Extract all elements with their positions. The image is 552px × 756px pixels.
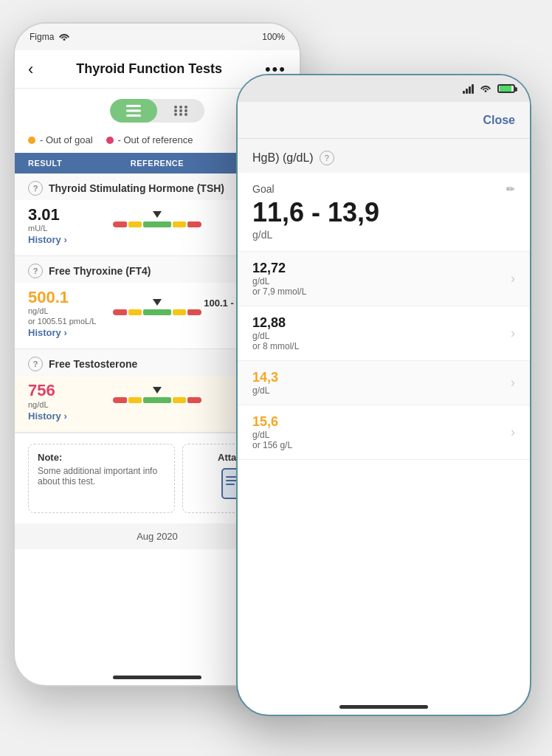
- hgb-info-icon[interactable]: ?: [320, 151, 334, 165]
- result-3-value: 14,3: [252, 370, 511, 385]
- ft4-name: Free Thyroxine (FT4): [49, 265, 151, 277]
- out-of-goal-label: - Out of goal: [40, 134, 93, 145]
- result-4-sub: or 156 g/L: [252, 440, 511, 450]
- result-1-value: 12,72: [252, 261, 511, 276]
- seg-green: [143, 309, 170, 315]
- note-title: Note:: [38, 452, 165, 463]
- seg-green: [143, 221, 170, 227]
- seg-red: [113, 397, 127, 403]
- result-item-3-content: 14,3 g/dL: [252, 370, 511, 396]
- testosterone-unit: ng/dL: [28, 400, 113, 409]
- testosterone-value: 756: [28, 382, 113, 399]
- grid-view-button[interactable]: [157, 99, 204, 123]
- status-bar-phone2: [238, 75, 530, 102]
- ft4-info-icon[interactable]: ?: [28, 264, 43, 278]
- tsh-value: 3.01: [28, 206, 113, 224]
- back-button[interactable]: ‹: [28, 60, 33, 79]
- provider-label: Figma: [30, 32, 54, 42]
- result-4-unit: g/dL: [252, 430, 511, 440]
- result-2-value: 12,88: [252, 315, 511, 331]
- chevron-icon-3: ›: [511, 375, 515, 391]
- nav-bar-phone2: Close: [238, 102, 530, 139]
- testosterone-info-icon[interactable]: ?: [28, 357, 43, 371]
- out-of-goal-dot: [28, 137, 35, 144]
- seg-yellow: [128, 309, 142, 315]
- testosterone-value-col: 756 ng/dL: [28, 382, 113, 408]
- chevron-icon-2: ›: [511, 326, 515, 341]
- svg-rect-15: [226, 484, 235, 485]
- testosterone-range-container: [113, 387, 201, 403]
- svg-point-5: [184, 106, 187, 109]
- result-1-sub: or 7,9 mmol/L: [252, 286, 511, 297]
- note-text: Some additional important info about thi…: [38, 466, 165, 487]
- home-indicator-phone1: [113, 676, 201, 679]
- goal-value: 11,6 - 13,9: [252, 198, 515, 227]
- tsh-marker: [153, 211, 162, 218]
- svg-point-9: [174, 113, 177, 116]
- col-result: RESULT: [28, 159, 114, 168]
- seg-yellow: [128, 221, 142, 227]
- phone2-container: Close HgB) (g/dL) ? Goal ✏ 11,6 - 13,9 g…: [236, 74, 531, 716]
- home-indicator-phone2: [339, 705, 428, 709]
- seg-red: [113, 309, 127, 315]
- result-item-4[interactable]: 15,6 g/dL or 156 g/L ›: [238, 405, 530, 460]
- result-2-unit: g/dL: [252, 331, 511, 341]
- result-item-4-content: 15,6 g/dL or 156 g/L: [252, 414, 511, 450]
- wifi-icon: [58, 32, 70, 43]
- svg-point-6: [174, 109, 177, 112]
- close-button[interactable]: Close: [483, 114, 515, 127]
- battery-label: 100%: [262, 32, 285, 42]
- goal-section-header: Goal ✏: [252, 183, 515, 195]
- battery-icon-phone2: [497, 84, 515, 93]
- svg-point-7: [179, 109, 182, 112]
- out-of-reference-dot: [106, 137, 114, 144]
- status-right: 100%: [262, 32, 285, 42]
- svg-point-10: [179, 113, 182, 116]
- hgb-header: HgB) (g/dL) ?: [238, 139, 530, 173]
- hgb-title: HgB) (g/dL): [252, 151, 314, 165]
- out-of-reference-legend: - Out of reference: [106, 134, 193, 145]
- svg-point-11: [184, 113, 187, 116]
- chevron-icon-4: ›: [511, 425, 515, 440]
- result-item-2[interactable]: 12,88 g/dL or 8 mmol/L ›: [238, 306, 530, 361]
- seg-red: [113, 221, 127, 227]
- testosterone-marker: [153, 387, 162, 394]
- out-of-reference-label: - Out of reference: [118, 134, 193, 145]
- ft4-marker: [153, 299, 162, 306]
- wifi-icon-phone2: [480, 82, 491, 95]
- testosterone-range-bar: [113, 397, 201, 403]
- goal-section: Goal ✏ 11,6 - 13,9 g/dL: [238, 173, 530, 252]
- chevron-icon-1: ›: [511, 271, 515, 286]
- battery-fill: [500, 86, 511, 92]
- note-box: Note: Some additional important info abo…: [28, 444, 175, 513]
- date-label: Aug 2020: [137, 531, 178, 542]
- goal-edit-button[interactable]: ✏: [506, 183, 515, 195]
- seg-yellow2: [173, 221, 187, 227]
- ft4-value: 500.1: [28, 289, 113, 306]
- seg-red2: [187, 221, 201, 227]
- tsh-range-container: [113, 211, 201, 227]
- goal-unit: g/dL: [252, 229, 515, 241]
- signal-icon: [463, 84, 474, 94]
- goal-section-label: Goal: [252, 183, 275, 195]
- ft4-unit: ng/dL: [28, 306, 113, 315]
- tsh-info-icon[interactable]: ?: [28, 181, 43, 196]
- svg-rect-1: [126, 110, 141, 112]
- result-3-unit: g/dL: [252, 385, 511, 396]
- svg-point-8: [184, 109, 187, 112]
- out-of-goal-legend: - Out of goal: [28, 134, 93, 145]
- result-2-sub: or 8 mmol/L: [252, 341, 511, 351]
- list-view-button[interactable]: [110, 99, 157, 123]
- testosterone-name: Free Testosterone: [49, 358, 137, 370]
- seg-red2: [187, 397, 201, 403]
- result-item-3[interactable]: 14,3 g/dL ›: [238, 361, 530, 405]
- result-1-unit: g/dL: [252, 276, 511, 286]
- col-reference: REFERENCE: [114, 159, 201, 168]
- result-item-2-content: 12,88 g/dL or 8 mmol/L: [252, 315, 511, 351]
- result-item-1[interactable]: 12,72 g/dL or 7,9 mmol/L ›: [238, 252, 530, 306]
- view-toggle-pill: [110, 99, 204, 123]
- result-4-value: 15,6: [252, 414, 511, 430]
- seg-red2: [187, 309, 201, 315]
- seg-yellow2: [173, 397, 187, 403]
- result-item-1-content: 12,72 g/dL or 7,9 mmol/L: [252, 261, 511, 297]
